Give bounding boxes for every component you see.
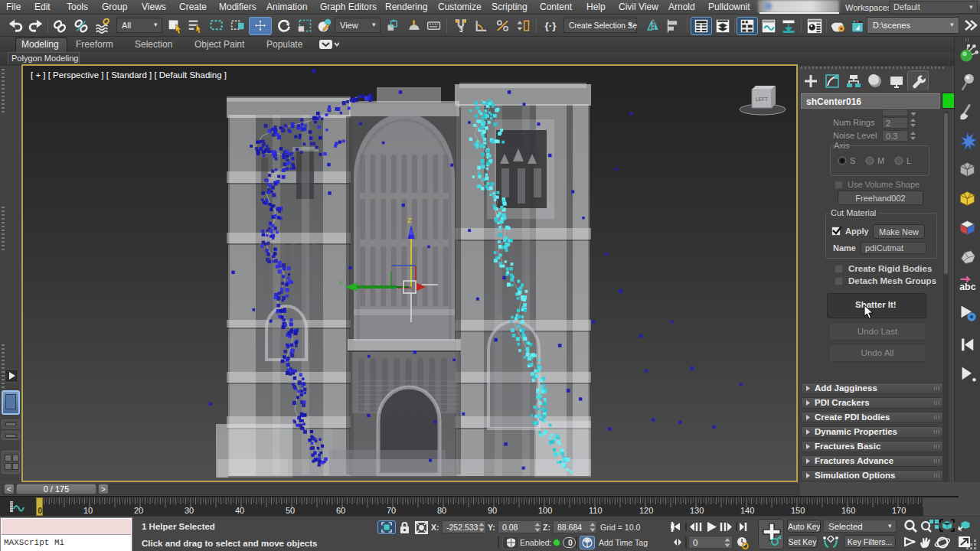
svg-text:X: X bbox=[338, 279, 343, 286]
svg-text:{·}: {·} bbox=[545, 20, 557, 31]
svg-text:abc: abc bbox=[959, 282, 975, 292]
svg-text:Z: Z bbox=[407, 217, 412, 224]
svg-text:3: 3 bbox=[459, 26, 463, 34]
svg-text:LEFT: LEFT bbox=[756, 96, 768, 102]
